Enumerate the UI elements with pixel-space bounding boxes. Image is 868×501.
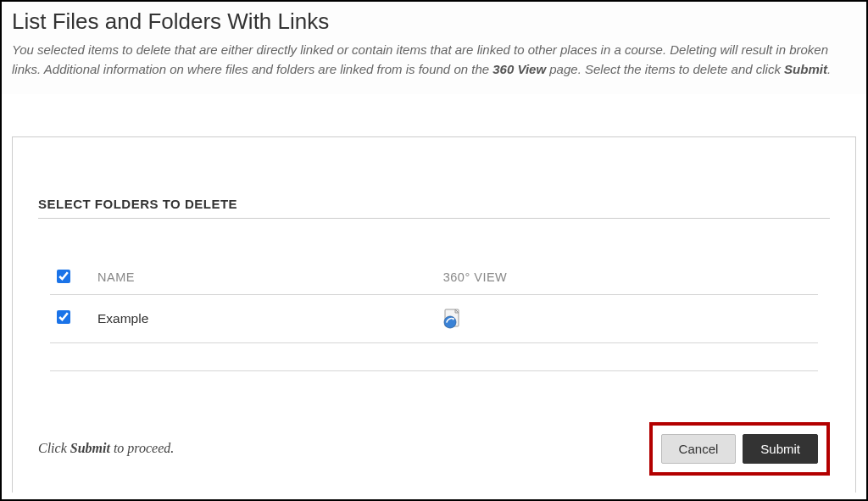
footer-row: Click Submit to proceed. Cancel Submit [38,422,830,476]
select-all-checkbox[interactable] [57,270,70,283]
content-card: SELECT FOLDERS TO DELETE NAME 360° VIEW [12,136,856,493]
table-spacer-row [50,342,818,370]
row-name: Example [91,294,437,342]
column-name-header: NAME [91,261,437,295]
page-description: You selected items to delete that are ei… [12,40,856,80]
table-header-row: NAME 360° VIEW [50,261,818,295]
table-row: Example [50,294,818,342]
desc-text-3: . [827,62,831,76]
page-frame: List Files and Folders With Links You se… [0,0,868,501]
folder-table: NAME 360° VIEW Example [50,261,818,371]
column-360view-header: 360° VIEW [437,261,818,295]
folder-table-wrap: NAME 360° VIEW Example [38,261,830,371]
row-checkbox[interactable] [57,310,70,324]
cancel-button[interactable]: Cancel [661,434,737,464]
submit-button[interactable]: Submit [743,434,818,464]
page-title: List Files and Folders With Links [12,8,856,35]
proceed-text: Click Submit to proceed. [38,441,174,456]
action-button-group: Cancel Submit [649,422,830,476]
proceed-post: to proceed. [110,441,174,455]
desc-bold-1: 360 View [492,62,546,76]
desc-text-2: page. Select the items to delete and cli… [546,62,784,76]
page-header: List Files and Folders With Links You se… [2,2,866,94]
section-heading: SELECT FOLDERS TO DELETE [38,197,830,219]
proceed-pre: Click [38,441,70,455]
proceed-bold: Submit [70,441,110,455]
desc-bold-2: Submit [784,62,827,76]
360view-icon[interactable] [443,309,462,329]
column-select-all [50,261,91,295]
